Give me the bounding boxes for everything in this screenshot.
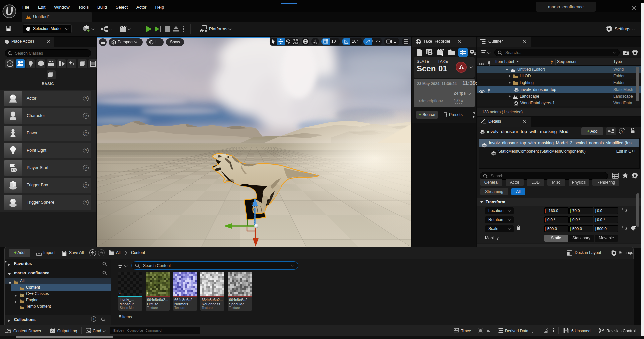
svg-text:C++: C++ (20, 295, 23, 296)
